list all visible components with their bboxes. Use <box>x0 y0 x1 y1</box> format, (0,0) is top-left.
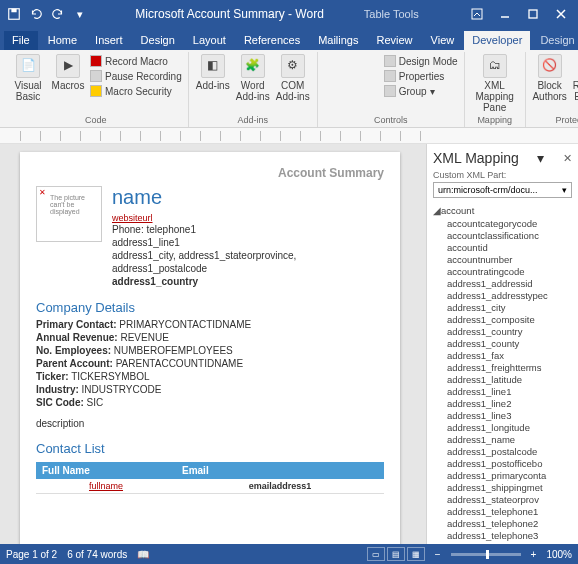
address-postal-field[interactable]: address1_postalcode <box>112 262 384 275</box>
tab-file[interactable]: File <box>4 31 38 50</box>
xml-field[interactable]: address1_telephone2 <box>447 517 578 529</box>
undo-icon[interactable] <box>26 4 46 24</box>
phone-field[interactable]: telephone1 <box>146 224 196 235</box>
tab-references[interactable]: References <box>236 31 308 50</box>
xml-field[interactable]: address1_telephone1 <box>447 505 578 517</box>
tab-layout[interactable]: Layout <box>185 31 234 50</box>
xml-mapping-pane-button[interactable]: 🗂XML Mapping Pane <box>471 54 519 113</box>
xml-field[interactable]: address1_postofficebo <box>447 457 578 469</box>
detail-value[interactable]: INDUSTRYCODE <box>82 384 162 395</box>
image-placeholder[interactable]: The picture can't be displayed <box>36 186 102 242</box>
document-page[interactable]: Account Summary The picture can't be dis… <box>20 152 400 544</box>
record-macro-button[interactable]: Record Macro <box>90 54 182 68</box>
website-field[interactable]: websiteurl <box>112 213 384 223</box>
xml-field[interactable]: address1_shippingmet <box>447 481 578 493</box>
xml-field[interactable]: address1_name <box>447 433 578 445</box>
address-line1-field[interactable]: address1_line1 <box>112 236 384 249</box>
detail-value[interactable]: REVENUE <box>120 332 168 343</box>
tab-mailings[interactable]: Mailings <box>310 31 366 50</box>
spellcheck-icon[interactable]: 📖 <box>137 549 149 560</box>
detail-value[interactable]: PARENTACCOUNTIDNAME <box>116 358 243 369</box>
detail-value[interactable]: PRIMARYCONTACTIDNAME <box>119 319 251 330</box>
contact-email-field[interactable]: emailaddress1 <box>176 479 384 493</box>
contact-fullname-field[interactable]: fullname <box>36 479 176 493</box>
redo-icon[interactable] <box>48 4 68 24</box>
document-canvas[interactable]: Account Summary The picture can't be dis… <box>0 144 426 544</box>
minimize-icon[interactable] <box>492 4 518 24</box>
tab-home[interactable]: Home <box>40 31 85 50</box>
group-button[interactable]: Group ▾ <box>384 84 458 98</box>
xml-field[interactable]: address1_postalcode <box>447 445 578 457</box>
xml-field[interactable]: address1_line3 <box>447 409 578 421</box>
zoom-slider[interactable] <box>451 553 521 556</box>
xml-field[interactable]: address1_composite <box>447 313 578 325</box>
address-city-state-field[interactable]: address1_city, address1_stateorprovince, <box>112 249 384 262</box>
ribbon-group-mapping: 🗂XML Mapping Pane Mapping <box>465 52 526 127</box>
xml-field[interactable]: address1_freightterms <box>447 361 578 373</box>
address-country-field[interactable]: address1_country <box>112 275 384 288</box>
tab-developer[interactable]: Developer <box>464 31 530 50</box>
page-indicator[interactable]: Page 1 of 2 <box>6 549 57 560</box>
xml-field[interactable]: address1_city <box>447 301 578 313</box>
tab-review[interactable]: Review <box>369 31 421 50</box>
custom-xml-part-dropdown[interactable]: urn:microsoft-crm/docu... ▾ <box>433 182 572 198</box>
xml-tree-root[interactable]: ◢account <box>433 204 578 217</box>
group-label-controls: Controls <box>324 114 458 127</box>
xml-field[interactable]: address1_stateorprov <box>447 493 578 505</box>
contact-table-header: Full Name Email <box>36 462 384 479</box>
close-pane-icon[interactable]: ✕ <box>563 152 572 165</box>
read-mode-button[interactable]: ▭ <box>367 547 385 561</box>
maximize-icon[interactable] <box>520 4 546 24</box>
word-count[interactable]: 6 of 74 words <box>67 549 127 560</box>
xml-field[interactable]: address1_telephone3 <box>447 529 578 541</box>
save-icon[interactable] <box>4 4 24 24</box>
properties-button[interactable]: Properties <box>384 69 458 83</box>
zoom-out-button[interactable]: − <box>435 549 441 560</box>
addins-button[interactable]: ◧Add-ins <box>195 54 231 91</box>
chevron-down-icon[interactable]: ▾ <box>537 150 544 166</box>
xml-field[interactable]: accountclassificationc <box>447 229 578 241</box>
word-addins-button[interactable]: 🧩Word Add-ins <box>235 54 271 102</box>
description-field[interactable]: description <box>36 418 384 429</box>
xml-field[interactable]: address1_addressid <box>447 277 578 289</box>
web-layout-button[interactable]: ▦ <box>407 547 425 561</box>
detail-value[interactable]: SIC <box>87 397 104 408</box>
xml-field[interactable]: address1_country <box>447 325 578 337</box>
account-name-field[interactable]: name <box>112 186 384 209</box>
xml-field[interactable]: accountratingcode <box>447 265 578 277</box>
xml-field[interactable]: address1_county <box>447 337 578 349</box>
xml-field[interactable]: address1_line2 <box>447 397 578 409</box>
macro-security-button[interactable]: Macro Security <box>90 84 182 98</box>
detail-value[interactable]: TICKERSYMBOL <box>71 371 149 382</box>
xml-field[interactable]: accountnumber <box>447 253 578 265</box>
print-layout-button[interactable]: ▤ <box>387 547 405 561</box>
xml-field[interactable]: accountcategorycode <box>447 217 578 229</box>
tab-view[interactable]: View <box>423 31 463 50</box>
pause-recording-button[interactable]: Pause Recording <box>90 69 182 83</box>
ribbon-options-icon[interactable] <box>464 4 490 24</box>
detail-value[interactable]: NUMBEROFEMPLOYEES <box>114 345 233 356</box>
visual-basic-button[interactable]: 📄Visual Basic <box>10 54 46 102</box>
close-icon[interactable] <box>548 4 574 24</box>
xml-field[interactable]: accountid <box>447 241 578 253</box>
macros-button[interactable]: ▶Macros <box>50 54 86 91</box>
contact-table-row[interactable]: fullname emailaddress1 <box>36 479 384 494</box>
tab-insert[interactable]: Insert <box>87 31 131 50</box>
tab-design[interactable]: Design <box>133 31 183 50</box>
zoom-in-button[interactable]: + <box>531 549 537 560</box>
restrict-editing-button[interactable]: 🔒Restrict Editing <box>572 54 578 102</box>
zoom-level[interactable]: 100% <box>546 549 572 560</box>
com-addins-button[interactable]: ⚙COM Add-ins <box>275 54 311 102</box>
block-authors-button[interactable]: 🚫Block Authors <box>532 54 568 102</box>
xml-tree[interactable]: ◢account accountcategorycodeaccountclass… <box>427 202 578 544</box>
horizontal-ruler[interactable] <box>0 128 578 144</box>
xml-field[interactable]: address1_primaryconta <box>447 469 578 481</box>
qat-dropdown-icon[interactable]: ▾ <box>70 4 90 24</box>
xml-field[interactable]: address1_addresstypec <box>447 289 578 301</box>
xml-field[interactable]: address1_fax <box>447 349 578 361</box>
design-mode-button[interactable]: Design Mode <box>384 54 458 68</box>
tab-table-design[interactable]: Design <box>532 31 578 50</box>
xml-field[interactable]: address1_latitude <box>447 373 578 385</box>
xml-field[interactable]: address1_longitude <box>447 421 578 433</box>
xml-field[interactable]: address1_line1 <box>447 385 578 397</box>
